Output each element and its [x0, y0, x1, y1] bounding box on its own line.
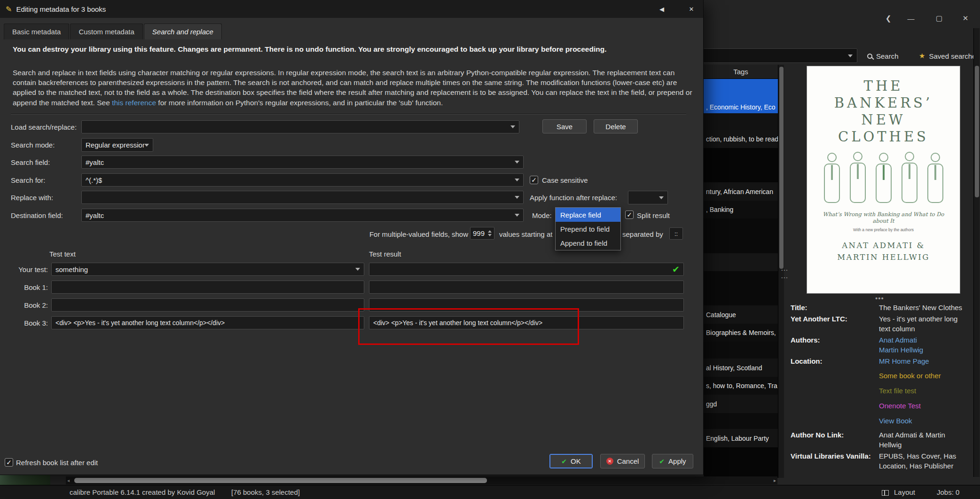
split-result-checkbox[interactable] [625, 211, 634, 219]
location-link[interactable]: MR Home Page [879, 357, 929, 365]
case-sensitive-label: Case sensitive [542, 173, 588, 187]
view-book-link[interactable]: View Book [879, 417, 912, 425]
tag-cell-empty[interactable] [704, 113, 778, 130]
maximize-icon[interactable]: ▢ [933, 12, 946, 24]
tag-cell-empty[interactable] [704, 148, 778, 182]
status-selection-text: [76 books, 3 selected] [231, 488, 300, 496]
refresh-book-list-checkbox[interactable] [5, 458, 13, 467]
mode-option-append-to-field[interactable]: Append to field [556, 236, 620, 250]
apply-function-dropdown[interactable] [628, 191, 668, 204]
scroll-left-icon[interactable]: ◂ [67, 478, 70, 483]
ok-button[interactable]: OK [549, 454, 593, 468]
cover-title-line: BANKERS’ [834, 94, 933, 111]
dialog-title: Editing metadata for 3 books [16, 5, 106, 13]
horizontal-scrollbar-thumb[interactable] [74, 478, 487, 483]
tag-cell-empty[interactable] [704, 342, 778, 359]
this-reference-link[interactable]: this reference [112, 99, 156, 107]
load-search-replace-combobox[interactable] [81, 120, 519, 133]
book2-label: Book 2: [9, 298, 48, 312]
tag-cell[interactable]: , Banking [704, 201, 778, 218]
tag-cell[interactable]: Biographies & Memoirs, [704, 324, 778, 342]
author-link[interactable]: Martin Hellwig [879, 346, 923, 354]
tags-column-header[interactable]: Tags [704, 65, 778, 79]
cover-author-line: MARTIN HELLWIG [837, 251, 930, 263]
detail-value: EPUBS, Has Cover, Has Location, Has Publ… [879, 451, 968, 471]
titlebar-back-icon[interactable]: ❮ [882, 12, 895, 24]
destination-field-combobox[interactable]: #yaltc [81, 209, 524, 222]
book-details-panel: Title: The Bankers' New Clothes Yet Anot… [791, 303, 972, 472]
layout-icon [882, 489, 889, 497]
scroll-right-icon[interactable]: ▸ [774, 478, 776, 483]
dialog-tabs: Basic metadata Custom metadata Search an… [4, 23, 223, 39]
destination-field-label: Destination field: [11, 209, 63, 222]
your-test-combobox[interactable]: something [51, 263, 364, 276]
separator-input[interactable]: :: [669, 227, 683, 240]
replace-with-combobox[interactable] [81, 191, 524, 204]
split-result-label: Split result [637, 209, 670, 222]
values-starting-label: values starting at [499, 227, 552, 241]
horizontal-scrollbar[interactable]: ◂ ▸ [66, 476, 777, 484]
splitter-handle[interactable]: ⋮⋮ [780, 267, 789, 282]
some-book-link[interactable]: Some book or other [879, 372, 941, 380]
tag-cell[interactable]: Catalogue [704, 305, 778, 324]
tag-cell-selected[interactable]: , Economic History, Eco [704, 79, 778, 113]
apply-function-label: Apply function after replace: [530, 191, 617, 204]
tag-cell[interactable]: English, Labour Party [704, 429, 778, 447]
tag-cell[interactable]: ggd [704, 395, 778, 413]
spinner-arrows-icon[interactable] [488, 230, 492, 236]
tags-scrollbar-thumb[interactable] [779, 67, 784, 269]
text-file-test-link[interactable]: Text file test [879, 387, 916, 395]
mode-option-prepend-to-field[interactable]: Prepend to field [556, 222, 620, 236]
cancel-button[interactable]: Cancel [600, 454, 645, 468]
search-button[interactable]: Search [867, 49, 899, 63]
calibre-app: ❮ — ▢ ✕ Search Saved searches Tags , Eco… [0, 0, 980, 499]
your-test-result-field[interactable]: ✔ [369, 263, 684, 276]
detail-label: Yet Another LTC: [791, 314, 879, 334]
chevron-down-icon [659, 196, 664, 199]
dialog-shade-icon[interactable]: ◀ [656, 3, 668, 15]
details-scrollbar-thumb[interactable] [975, 66, 979, 197]
save-button[interactable]: Save [542, 119, 587, 133]
tag-cell-empty[interactable] [704, 447, 778, 478]
book3-test-field[interactable]: <div> <p>Yes - it's yet another long tex… [51, 316, 364, 329]
mode-label: Mode: [532, 209, 552, 222]
details-scrollbar[interactable] [973, 28, 980, 477]
tag-cell[interactable]: ction, rubbish, to be read [704, 130, 778, 148]
tab-basic-metadata[interactable]: Basic metadata [4, 23, 69, 39]
book1-test-field[interactable] [51, 281, 364, 294]
details-splitter-handle[interactable]: ••• [875, 294, 884, 302]
tag-cell-empty[interactable] [704, 253, 778, 271]
book2-test-field[interactable] [51, 298, 364, 312]
book1-result-field[interactable] [369, 281, 684, 294]
detail-value: The Bankers' New Clothes [879, 303, 962, 312]
case-sensitive-checkbox[interactable] [530, 176, 538, 184]
tag-cell[interactable]: al History, Scotland [704, 359, 778, 377]
window-close-icon[interactable]: ✕ [959, 12, 972, 24]
apply-button[interactable]: Apply [652, 454, 693, 468]
search-for-combobox[interactable]: ^(.*)$ [81, 173, 524, 187]
search-field-combobox[interactable]: #yaltc [81, 156, 524, 169]
tab-custom-metadata[interactable]: Custom metadata [70, 23, 142, 39]
chevron-down-icon [515, 161, 519, 164]
dialog-titlebar: ✎ Editing metadata for 3 books [0, 0, 703, 18]
tag-cell[interactable]: ntury, African American [704, 182, 778, 201]
mode-option-replace-field[interactable]: Replace field [556, 208, 620, 222]
cover-title-line: NEW [834, 111, 933, 128]
search-mode-dropdown[interactable]: Regular expression [81, 138, 153, 152]
tab-search-and-replace[interactable]: Search and replace [144, 23, 222, 39]
tag-cell[interactable]: s, how to, Romance, Tra [704, 377, 778, 395]
delete-button[interactable]: Delete [594, 119, 638, 133]
dialog-close-icon[interactable]: ✕ [685, 3, 698, 15]
author-link[interactable]: Anat Admati [879, 336, 917, 344]
status-version-text: calibre Portable 6.14.1 created by Kovid… [70, 488, 215, 496]
onenote-test-link[interactable]: Onenote Test [879, 402, 921, 410]
values-count-spinner[interactable]: 999 [470, 227, 494, 240]
saved-searches-button[interactable]: Saved searches [919, 49, 980, 63]
jobs-button[interactable]: Jobs: 0 [937, 488, 959, 496]
minimize-icon[interactable]: — [904, 12, 917, 24]
edit-metadata-icon: ✎ [6, 5, 12, 14]
book-cover: THE BANKERS’ NEW CLOTHES What’s Wrong wi… [807, 66, 960, 294]
tag-cell-empty[interactable] [704, 413, 778, 429]
library-search-input[interactable] [700, 48, 857, 63]
layout-button[interactable]: Layout [894, 488, 915, 496]
